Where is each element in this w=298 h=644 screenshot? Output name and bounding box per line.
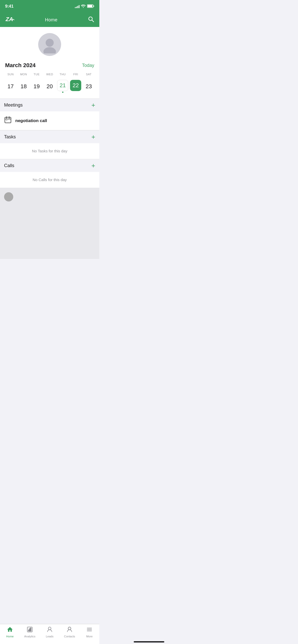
svg-rect-12 (6, 120, 7, 121)
day-label-wed: WED (43, 72, 56, 77)
meeting-item[interactable]: negotiation call (0, 111, 99, 130)
date-17[interactable]: 17 (4, 78, 17, 94)
gray-dot (4, 192, 13, 201)
date-18[interactable]: 18 (17, 78, 30, 94)
svg-rect-2 (88, 5, 92, 7)
date-23[interactable]: 23 (82, 78, 95, 94)
meeting-calendar-icon (4, 116, 12, 125)
meetings-title: Meetings (4, 103, 23, 108)
calls-empty-text: No Calls for this day (33, 178, 67, 182)
date-19[interactable]: 19 (30, 78, 43, 94)
page-title: Home (45, 17, 58, 23)
date-20[interactable]: 20 (43, 78, 56, 94)
status-bar: 9:41 (0, 0, 99, 13)
main-content: March 2024 Today SUN MON TUE WED THU FRI… (0, 27, 99, 284)
calendar-dates: 17 18 19 20 21 (4, 78, 95, 94)
svg-text:ZA: ZA (5, 16, 13, 22)
day-label-sat: SAT (82, 72, 95, 77)
day-label-tue: TUE (30, 72, 43, 77)
calendar-month: March 2024 (5, 62, 36, 69)
tasks-title: Tasks (4, 134, 16, 140)
tasks-empty-state: No Tasks for this day (0, 143, 99, 159)
meeting-title: negotiation call (15, 118, 47, 123)
status-time: 9:41 (5, 4, 13, 9)
day-label-sun: SUN (4, 72, 17, 77)
calendar-section: March 2024 Today SUN MON TUE WED THU FRI… (0, 60, 99, 98)
calendar-header: March 2024 Today (4, 60, 95, 72)
date-22-selected[interactable]: 22 (69, 78, 82, 94)
signal-icon (75, 5, 79, 8)
day-label-mon: MON (17, 72, 30, 77)
status-icons (75, 4, 94, 9)
calls-section-header: Calls + (0, 159, 99, 172)
day-label-fri: FRI (69, 72, 82, 77)
gray-section (0, 188, 99, 259)
tasks-section-header: Tasks + (0, 130, 99, 143)
svg-rect-8 (5, 117, 11, 123)
avatar[interactable] (38, 33, 61, 56)
zia-logo[interactable]: ZA (5, 15, 15, 25)
avatar-section (0, 27, 99, 60)
nav-bar: ZA Home (0, 13, 99, 27)
date-22-dot (75, 92, 76, 93)
search-icon[interactable] (88, 16, 94, 24)
calendar-grid: SUN MON TUE WED THU FRI SAT 17 18 19 (4, 72, 95, 94)
add-meeting-button[interactable]: + (91, 102, 95, 108)
add-call-button[interactable]: + (91, 162, 95, 169)
svg-point-6 (46, 39, 54, 47)
svg-line-5 (92, 20, 94, 22)
battery-icon (87, 4, 94, 9)
date-21-dot (62, 92, 63, 93)
tasks-empty-text: No Tasks for this day (32, 149, 67, 153)
add-task-button[interactable]: + (91, 134, 95, 140)
wifi-icon (81, 4, 86, 9)
calls-title: Calls (4, 163, 14, 168)
svg-point-7 (44, 47, 56, 54)
day-label-thu: THU (56, 72, 69, 77)
today-button[interactable]: Today (82, 63, 94, 68)
svg-rect-1 (93, 5, 94, 7)
meetings-section-header: Meetings + (0, 98, 99, 111)
calendar-days-header: SUN MON TUE WED THU FRI SAT (4, 72, 95, 77)
calls-empty-state: No Calls for this day (0, 172, 99, 188)
date-21-today[interactable]: 21 (56, 78, 69, 94)
